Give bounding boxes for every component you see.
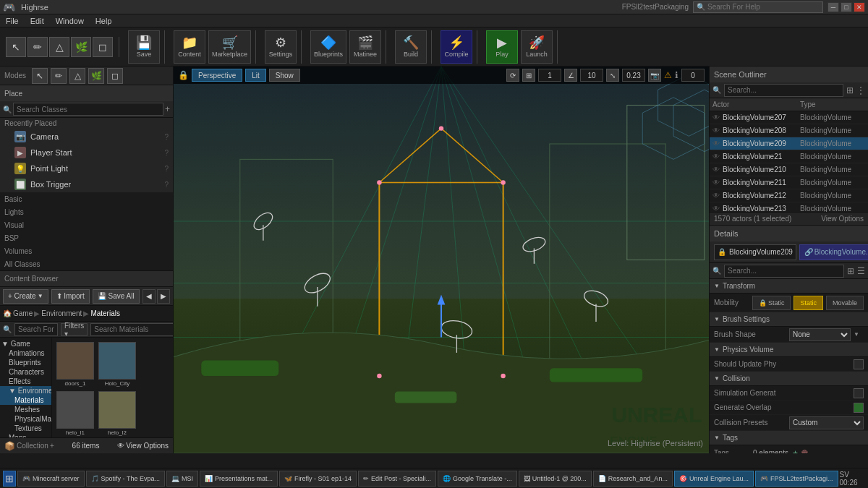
class-item-player-start[interactable]: ▶ Player Start ? xyxy=(0,145,173,160)
content-button[interactable]: 📁 Content xyxy=(174,30,205,64)
taskbar-presentations[interactable]: 📊 Presentations mat... xyxy=(200,471,278,487)
cb-search-input[interactable] xyxy=(14,323,58,336)
taskbar-minecraft[interactable]: 🎮 Minecraft server xyxy=(17,471,85,487)
outliner-actor-row[interactable]: 👁 BlockingVolume208 BlockingVolume xyxy=(710,124,868,137)
save-button[interactable]: 💾 Save xyxy=(128,30,160,64)
mode-select[interactable]: ↖ xyxy=(6,37,26,57)
mode-btn-4[interactable]: 🌿 xyxy=(88,68,104,84)
tree-blueprints[interactable]: Blueprints xyxy=(0,358,51,367)
mode-btn-3[interactable]: △ xyxy=(69,68,85,84)
taskbar-google-translate[interactable]: 🌐 Google Translate -... xyxy=(438,471,517,487)
vp-angle-icon[interactable]: ∠ xyxy=(564,69,577,82)
material-item[interactable]: helo_l2 xyxy=(97,390,137,437)
cb-collection-icon[interactable]: 📦 Collection + xyxy=(4,441,54,451)
mode-paint[interactable]: ✏ xyxy=(27,37,48,57)
outliner-actor-row[interactable]: 👁 BlockingVolume21 BlockingVolume xyxy=(710,150,868,163)
visibility-icon[interactable]: 👁 xyxy=(712,114,723,121)
menu-window[interactable]: Window xyxy=(53,17,87,25)
mode-geometry[interactable]: ◻ xyxy=(93,37,113,57)
taskbar-research[interactable]: 📄 Research_and_An... xyxy=(593,471,673,487)
overlap-checkbox[interactable] xyxy=(854,403,864,413)
tags-add-button[interactable]: + xyxy=(793,448,798,454)
material-item[interactable]: helo_l1 xyxy=(55,390,95,437)
section-basic[interactable]: Basic xyxy=(0,192,173,205)
visibility-icon[interactable]: 👁 xyxy=(712,140,723,147)
outliner-actor-row[interactable]: 👁 BlockingVolume207 BlockingVolume xyxy=(710,111,868,124)
collision-section[interactable]: ▼ Collision xyxy=(710,372,868,386)
outliner-search-input[interactable] xyxy=(724,84,843,97)
view-options-button[interactable]: 👁 View Options xyxy=(117,442,169,450)
vp-angle-size[interactable]: 10 xyxy=(580,69,603,82)
material-item[interactable]: doors_1 xyxy=(55,341,95,388)
compile-button[interactable]: ⚡ Compile xyxy=(441,30,472,64)
class-item-box-trigger[interactable]: ⬜ Box Trigger ? xyxy=(0,176,173,192)
section-lights[interactable]: Lights xyxy=(0,205,173,218)
vp-transform-icon[interactable]: ⟳ xyxy=(506,69,519,82)
marketplace-button[interactable]: 🛒 Marketplace xyxy=(208,30,251,64)
tree-physical[interactable]: PhysicalMate.. xyxy=(0,414,51,424)
cb-save-all-button[interactable]: 💾 Save All xyxy=(93,289,140,304)
details-grid-icon[interactable]: ⊞ xyxy=(847,266,854,276)
outliner-actor-row[interactable]: 👁 BlockingVolume213 BlockingVolume xyxy=(710,202,868,212)
material-item[interactable]: Holo_City xyxy=(97,341,137,388)
vp-scale-icon[interactable]: ⤡ xyxy=(606,69,619,82)
vp-scale-val[interactable]: 0.23 xyxy=(622,69,645,82)
title-search[interactable]: 🔍 xyxy=(693,1,823,13)
start-button[interactable]: ⊞ xyxy=(3,471,16,487)
blueprints-button[interactable]: 🔷 Blueprints xyxy=(310,30,346,64)
should-update-checkbox[interactable] xyxy=(854,359,864,369)
visibility-icon[interactable]: 👁 xyxy=(712,205,723,212)
tags-delete-button[interactable]: 🗑 xyxy=(801,448,809,454)
close-button[interactable]: ✕ xyxy=(854,2,865,12)
tree-game[interactable]: ▼ Game xyxy=(0,339,51,348)
build-button[interactable]: 🔨 Build xyxy=(395,30,427,64)
vp-grid-icon[interactable]: ⊞ xyxy=(522,69,535,82)
collision-presets-select[interactable]: Custom xyxy=(789,416,864,429)
menu-file[interactable]: File xyxy=(3,17,22,25)
brush-shape-select[interactable]: None xyxy=(789,328,851,341)
minimize-button[interactable]: ─ xyxy=(827,2,839,12)
outliner-more-icon[interactable]: ⋮ xyxy=(856,85,865,95)
visibility-icon[interactable]: 👁 xyxy=(712,192,723,200)
taskbar-spotify[interactable]: 🎵 Spotify - The Evpa... xyxy=(86,471,165,487)
visibility-icon[interactable]: 👁 xyxy=(712,166,723,174)
menu-help[interactable]: Help xyxy=(93,17,115,25)
tree-animations[interactable]: Animations xyxy=(0,348,51,358)
launch-button[interactable]: 🚀 Launch xyxy=(521,30,553,64)
class-item-point-light[interactable]: 💡 Point Light ? xyxy=(0,160,173,176)
cb-breadcrumb-materials[interactable]: Materials xyxy=(90,309,120,317)
taskbar-untitled[interactable]: 🖼 Untitled-1 @ 200... xyxy=(519,471,592,487)
perspective-button[interactable]: Perspective xyxy=(192,69,242,82)
class-search-input[interactable] xyxy=(13,103,163,116)
details-object-link[interactable]: 🔗 BlockingVolume.h xyxy=(799,244,868,260)
cb-back-button[interactable]: ◀ xyxy=(142,289,156,304)
cb-breadcrumb-environment[interactable]: Environment xyxy=(41,309,82,317)
section-visual[interactable]: Visual xyxy=(0,218,173,231)
brush-settings-section[interactable]: ▼ Brush Settings xyxy=(710,312,868,327)
transform-section[interactable]: ▼ Transform xyxy=(710,279,868,294)
mode-btn-2[interactable]: ✏ xyxy=(51,68,67,84)
taskbar-edit-post[interactable]: ✏ Edit Post - Speciali... xyxy=(358,471,436,487)
mode-landscape[interactable]: △ xyxy=(49,37,69,57)
view-options-btn[interactable]: View Options xyxy=(821,215,864,223)
maximize-button[interactable]: □ xyxy=(841,2,852,12)
vp-grid-size[interactable]: 1 xyxy=(538,69,561,82)
cb-materials-search[interactable] xyxy=(90,323,173,336)
taskbar-msi[interactable]: 💻 MSI xyxy=(166,471,198,487)
visibility-icon[interactable]: 👁 xyxy=(712,127,723,134)
outliner-options-icon[interactable]: ⊞ xyxy=(846,85,854,95)
movable-button[interactable]: Movable xyxy=(826,296,864,310)
col-actor-header[interactable]: Actor xyxy=(712,100,800,108)
details-list-icon[interactable]: ☰ xyxy=(857,266,865,276)
cb-breadcrumb-game[interactable]: Game xyxy=(13,309,33,317)
section-volumes[interactable]: Volumes xyxy=(0,244,173,257)
cb-forward-button[interactable]: ▶ xyxy=(157,289,170,304)
lit-button[interactable]: Lit xyxy=(245,69,266,82)
tree-effects[interactable]: Effects xyxy=(0,377,51,386)
mode-btn-5[interactable]: ◻ xyxy=(107,68,123,84)
settings-button[interactable]: ⚙ Settings xyxy=(265,30,297,64)
taskbar-unreal[interactable]: 🎯 Unreal Engine Lau... xyxy=(674,471,754,487)
section-all-classes[interactable]: All Classes xyxy=(0,257,173,270)
class-item-camera[interactable]: 📷 Camera ? xyxy=(0,129,173,145)
taskbar-fps[interactable]: 🎮 FPSLL2testPackagi... xyxy=(755,471,838,487)
